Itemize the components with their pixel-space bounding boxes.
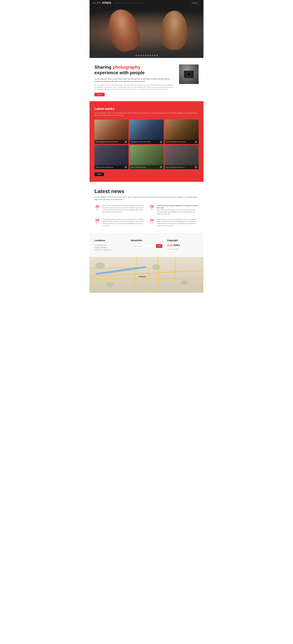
news-text-4: Donec eget tellus non erat lacinia ferme… (157, 218, 198, 227)
intro-title-part2: experience with people (94, 70, 144, 75)
map-green-4 (106, 282, 113, 287)
map-road-v2 (158, 257, 158, 293)
map-section: Glasgow (90, 257, 204, 293)
newsletter-email-input[interactable] (131, 244, 156, 248)
logo: ALAN JONES PROFESSIONAL PHOTOGRAPHER (93, 2, 143, 4)
work-caption-1: Aue nec augentum. Donec in velit vel ips… (94, 140, 128, 144)
copyright-logo-first: ALAN (167, 244, 172, 246)
map-green-2 (152, 264, 160, 270)
slider-dot-7[interactable] (150, 55, 151, 56)
news-date-1: 30 may (94, 205, 100, 215)
news-month-4: may (150, 222, 154, 224)
logo-subtitle: PROFESSIONAL PHOTOGRAPHER (114, 2, 143, 4)
camera-lens (186, 72, 191, 77)
work-item-1[interactable]: Aue nec augentum. Donec in velit vel ips… (94, 120, 128, 144)
map-city-label: Glasgow (138, 276, 146, 278)
copyright-logo-last: JONES (173, 244, 180, 246)
map-road-h2 (90, 278, 204, 279)
footer-locations-title: Locations (94, 239, 126, 242)
slider-dot-1[interactable] (136, 55, 137, 56)
work-caption-text-4: Velit ipsum. Nam elit magna donec. (96, 167, 114, 168)
newsletter-go-button[interactable]: GO (156, 244, 162, 248)
zoom-icon-3[interactable]: ⌕ (195, 140, 197, 143)
news-intro: Aue nec augentum. Donec in velit vel ips… (94, 196, 198, 201)
zoom-icon-6[interactable]: ⌕ (195, 166, 197, 168)
news-day-1: 30 (96, 205, 99, 208)
news-content-3: Diam eu massa. Quisque diam lorem interd… (102, 218, 144, 227)
zoom-icon-1[interactable]: ⌕ (124, 140, 127, 143)
menu-button[interactable]: MENU (190, 1, 200, 4)
news-month-1: may (96, 208, 99, 210)
news-content-1: diam eu massa. Quisque diam lorem interd… (102, 205, 144, 215)
slider-dot-3[interactable] (140, 55, 142, 56)
work-item-4[interactable]: Velit ipsum. Nam elit magna donec. ⌕ (94, 145, 128, 170)
news-text-1: diam eu massa. Quisque diam lorem interd… (102, 205, 144, 213)
map-background: Glasgow (90, 257, 204, 293)
map-green-3 (181, 280, 188, 285)
news-item-3: 28 may Diam eu massa. Quisque diam lorem… (94, 218, 144, 227)
work-caption-4: Velit ipsum. Nam elit magna donec. ⌕ (94, 165, 128, 169)
news-content-2: Quisque diam lorem interdum vitaapibus a… (157, 205, 198, 215)
map-road-v3 (175, 257, 176, 278)
works-grid: Aue nec augentum. Donec in velit vel ips… (94, 120, 198, 169)
works-section: Latest works Aue nec augentum. Donec in … (90, 101, 204, 182)
slider-dot-5[interactable] (145, 55, 146, 56)
news-text-2: tellus noc erat lacinia fermentum. Donec… (157, 209, 198, 215)
zoom-icon-5[interactable]: ⌕ (160, 166, 162, 168)
hero-figures (90, 6, 204, 58)
footer-newsletter-title: Newsletter (131, 239, 162, 242)
intro-title: Sharing photography experience with peop… (94, 64, 174, 75)
slider-dot-2[interactable] (138, 55, 139, 56)
slider-dot-9[interactable] (154, 55, 155, 56)
work-caption-text-2: Nec augentum. Donec in velit vel ipsum. (131, 141, 151, 142)
news-date-3: 28 may (94, 218, 100, 227)
footer-newsletter-col: Newsletter GO (131, 239, 162, 251)
logo-last-name: JONES (102, 2, 111, 4)
slider-dot-6[interactable] (147, 55, 148, 56)
camera-shape (184, 71, 194, 78)
footer-address-city: Glasgow, D04 89GK (94, 247, 106, 248)
work-item-5[interactable]: Donec in velit vel ipsum auue. ⌕ (130, 145, 164, 170)
news-item-4: 23 may Donec eget tellus non erat lacini… (149, 218, 198, 227)
news-item-2: 26 may Quisque diam lorem interdum vitaa… (149, 205, 198, 215)
intro-section: Sharing photography experience with peop… (90, 58, 204, 101)
hero-figure-woman (104, 6, 143, 54)
work-caption-text-3: Donec in velit vel ipsum auue. Nam elit (166, 141, 186, 142)
news-section: Latest news Aue nec augentum. Donec in v… (90, 182, 204, 233)
slider-dot-10[interactable] (156, 55, 158, 56)
work-item-6[interactable]: Nam elit magna donec porta diam eu. ⌕ (164, 145, 198, 170)
header: ALAN JONES PROFESSIONAL PHOTOGRAPHER MEN… (90, 0, 204, 6)
news-day-3: 28 (96, 218, 99, 222)
slider-dot-8[interactable] (152, 55, 153, 56)
news-text-bold-2: Quisque diam lorem interdum vitaapibus a… (157, 205, 198, 209)
news-month-3: may (96, 222, 99, 224)
work-caption-text-6: Nam elit magna donec porta diam eu. (166, 167, 185, 168)
intro-text-block: Sharing photography experience with peop… (94, 64, 174, 96)
footer-locations-col: Locations 8901 Marmora Road, Glasgow, D0… (94, 239, 126, 251)
works-title: Latest works (94, 107, 198, 111)
copyright-text: © 2014 • Privacy Policy (167, 248, 179, 250)
news-content-4: Donec eget tellus non erat lacinia ferme… (157, 218, 198, 227)
hero-figure-man (161, 11, 187, 50)
intro-desc-sub: Aue nec augentum. Donec in velit vel ips… (94, 84, 174, 90)
zoom-icon-4[interactable]: ⌕ (124, 166, 127, 168)
zoom-icon-2[interactable]: ⌕ (160, 140, 162, 143)
work-caption-text-1: Aue nec augentum. Donec in velit vel ips… (96, 141, 118, 142)
newsletter-form: GO (131, 244, 162, 248)
intro-photographer-image (179, 64, 198, 84)
intro-more-button[interactable]: MORE (94, 93, 105, 96)
footer-address-line1: 8901 Marmora Road, (94, 244, 107, 246)
intro-title-highlight: photography (113, 64, 140, 70)
slider-dot-4[interactable] (142, 55, 144, 56)
intro-title-part1: Sharing (94, 64, 113, 70)
hero-section (90, 6, 204, 58)
work-item-2[interactable]: Nec augentum. Donec in velit vel ipsum. … (130, 120, 164, 144)
news-date-2: 26 may (149, 205, 155, 215)
work-item-3[interactable]: Donec in velit vel ipsum auue. Nam elit … (164, 120, 198, 144)
map-green-1 (95, 262, 105, 269)
news-day-2: 26 (150, 205, 154, 208)
works-more-button[interactable]: MORE (94, 172, 104, 176)
footer-copyright-col: Copyright ALAN JONES © 2014 • Privacy Po… (167, 239, 198, 251)
hero-background (90, 6, 204, 58)
works-desc: Aue nec augentum. Donec in velit vel ips… (94, 112, 198, 116)
